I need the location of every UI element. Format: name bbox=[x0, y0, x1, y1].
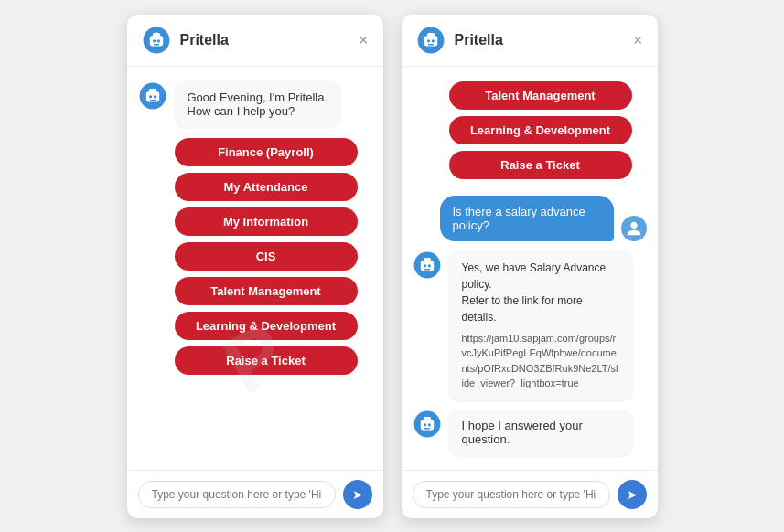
left-send-icon: ➤ bbox=[352, 487, 363, 502]
right-bot-avatar-header bbox=[416, 26, 446, 55]
right-chat-window: Pritella × P Talent Management Learning … bbox=[402, 15, 658, 518]
followup-text: I hope I answered your question. bbox=[462, 419, 583, 446]
svg-point-25 bbox=[424, 264, 426, 267]
user-avatar bbox=[621, 216, 647, 241]
svg-rect-2 bbox=[153, 33, 160, 37]
btn-right-learning[interactable]: Learning & Development bbox=[449, 116, 632, 144]
svg-point-32 bbox=[424, 423, 426, 426]
bot-avatar-answer bbox=[413, 250, 442, 283]
bot-avatar-greeting bbox=[138, 81, 167, 114]
left-send-button[interactable]: ➤ bbox=[343, 480, 372, 509]
svg-point-33 bbox=[427, 423, 430, 426]
right-chat-header: Pritella × bbox=[402, 15, 658, 67]
svg-point-26 bbox=[427, 264, 430, 267]
right-chat-title: Pritella bbox=[455, 32, 633, 48]
greeting-row: Good Evening, I'm Pritella. How can I he… bbox=[138, 81, 372, 127]
right-close-button[interactable]: × bbox=[633, 32, 643, 48]
svg-point-12 bbox=[153, 95, 156, 98]
answer-line1: Yes, we have Salary Advance policy. bbox=[462, 260, 619, 293]
svg-rect-24 bbox=[424, 258, 431, 262]
left-menu-buttons: Finance (Payroll) My Attendance My Infor… bbox=[175, 138, 372, 375]
right-chat-footer: ➤ bbox=[402, 470, 658, 518]
left-close-button[interactable]: × bbox=[359, 32, 369, 48]
greeting-text: Good Evening, I'm Pritella. How can I he… bbox=[188, 90, 328, 118]
bot-answer-row: Yes, we have Salary Advance policy. Refe… bbox=[413, 250, 647, 400]
answer-bubble: Yes, we have Salary Advance policy. Refe… bbox=[449, 250, 632, 400]
svg-point-28 bbox=[425, 254, 428, 257]
btn-right-raise-ticket[interactable]: Raise a Ticket bbox=[449, 151, 632, 179]
btn-right-talent[interactable]: Talent Management bbox=[449, 81, 632, 110]
btn-cis[interactable]: CIS bbox=[175, 242, 358, 271]
right-chat-body: P Talent Management Learning & Developme… bbox=[402, 67, 658, 470]
btn-attendance[interactable]: My Attendance bbox=[175, 173, 358, 201]
left-chat-window: Pritella × P bbox=[127, 15, 383, 518]
svg-rect-34 bbox=[424, 428, 429, 430]
svg-rect-27 bbox=[424, 269, 429, 271]
btn-my-information[interactable]: My Information bbox=[175, 207, 358, 236]
right-send-icon: ➤ bbox=[627, 487, 638, 502]
svg-rect-5 bbox=[153, 44, 158, 46]
svg-point-7 bbox=[155, 29, 157, 32]
right-chat-input[interactable] bbox=[413, 481, 610, 508]
svg-point-21 bbox=[429, 29, 432, 32]
svg-point-4 bbox=[156, 39, 159, 42]
user-bubble: Is there a salary advance policy? bbox=[440, 196, 614, 241]
svg-point-3 bbox=[153, 39, 156, 42]
greeting-bubble: Good Evening, I'm Pritella. How can I he… bbox=[175, 81, 341, 127]
followup-bubble: I hope I answered your question. bbox=[449, 410, 632, 455]
bot-avatar-followup bbox=[413, 410, 442, 442]
svg-rect-13 bbox=[149, 100, 155, 101]
answer-link: https://jam10.sapjam.com/groups/rvcJyKuP… bbox=[462, 331, 619, 391]
svg-rect-17 bbox=[427, 33, 435, 37]
btn-learning-development[interactable]: Learning & Development bbox=[175, 312, 358, 340]
btn-talent-management[interactable]: Talent Management bbox=[175, 277, 358, 305]
answer-line2: Refer to the link for more details. bbox=[462, 293, 619, 325]
left-chat-footer: ➤ bbox=[127, 470, 383, 518]
svg-point-14 bbox=[151, 85, 154, 88]
right-send-button[interactable]: ➤ bbox=[618, 480, 647, 509]
svg-point-18 bbox=[427, 39, 430, 42]
svg-point-11 bbox=[149, 95, 152, 98]
left-bot-avatar-header bbox=[142, 26, 171, 55]
right-quick-buttons: Talent Management Learning & Development… bbox=[449, 81, 647, 179]
bot-followup-row: I hope I answered your question. bbox=[413, 410, 647, 455]
left-chat-header: Pritella × bbox=[127, 15, 383, 67]
btn-raise-ticket[interactable]: Raise a Ticket bbox=[175, 346, 358, 375]
left-chat-input[interactable] bbox=[138, 481, 336, 508]
svg-point-19 bbox=[431, 39, 434, 42]
svg-rect-20 bbox=[427, 44, 433, 46]
svg-point-35 bbox=[425, 413, 428, 416]
left-chat-body: P Good Evening, I'm Pritella. How c bbox=[127, 67, 383, 470]
user-message-text: Is there a salary advance policy? bbox=[453, 205, 585, 232]
svg-rect-10 bbox=[149, 89, 156, 93]
user-message-row: Is there a salary advance policy? bbox=[413, 196, 647, 241]
btn-finance[interactable]: Finance (Payroll) bbox=[175, 138, 358, 166]
left-chat-title: Pritella bbox=[180, 32, 359, 48]
svg-rect-31 bbox=[424, 417, 431, 421]
